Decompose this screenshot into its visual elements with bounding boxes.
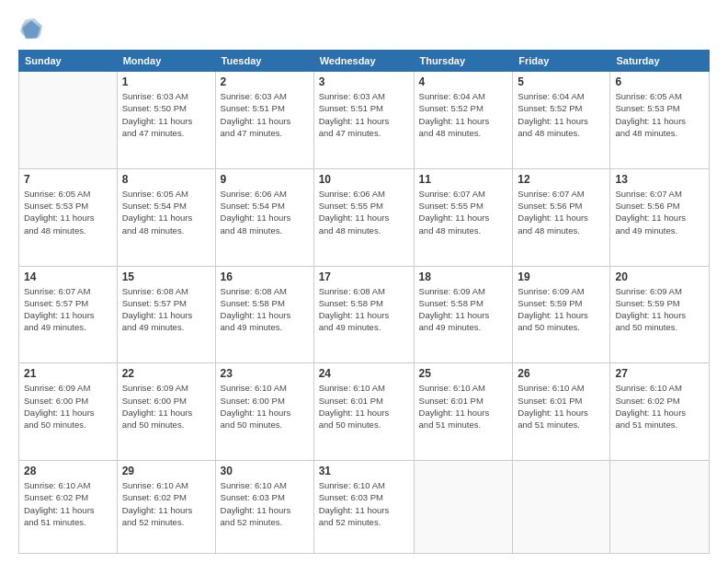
calendar-cell: 28Sunrise: 6:10 AM Sunset: 6:02 PM Dayli… [19, 461, 118, 554]
calendar-cell: 5Sunrise: 6:04 AM Sunset: 5:52 PM Daylig… [513, 72, 610, 169]
calendar-cell: 9Sunrise: 6:06 AM Sunset: 5:54 PM Daylig… [215, 168, 313, 266]
day-number: 27 [615, 367, 704, 380]
header [18, 17, 710, 42]
calendar-cell: 26Sunrise: 6:10 AM Sunset: 6:01 PM Dayli… [513, 363, 610, 461]
day-info: Sunrise: 6:05 AM Sunset: 5:53 PM Dayligh… [615, 90, 704, 139]
day-info: Sunrise: 6:06 AM Sunset: 5:54 PM Dayligh… [221, 188, 309, 236]
calendar-cell: 30Sunrise: 6:10 AM Sunset: 6:03 PM Dayli… [215, 461, 313, 554]
calendar-cell: 29Sunrise: 6:10 AM Sunset: 6:02 PM Dayli… [117, 461, 215, 554]
day-info: Sunrise: 6:08 AM Sunset: 5:58 PM Dayligh… [221, 285, 309, 334]
day-number: 13 [615, 173, 704, 186]
day-number: 28 [24, 465, 112, 477]
day-info: Sunrise: 6:07 AM Sunset: 5:56 PM Dayligh… [518, 188, 605, 236]
calendar-cell: 12Sunrise: 6:07 AM Sunset: 5:56 PM Dayli… [513, 168, 610, 266]
day-info: Sunrise: 6:09 AM Sunset: 6:00 PM Dayligh… [122, 382, 210, 431]
calendar-cell: 18Sunrise: 6:09 AM Sunset: 5:58 PM Dayli… [414, 266, 513, 363]
calendar-cell: 6Sunrise: 6:05 AM Sunset: 5:53 PM Daylig… [610, 72, 710, 169]
day-number: 18 [419, 270, 508, 283]
day-info: Sunrise: 6:08 AM Sunset: 5:57 PM Dayligh… [122, 285, 210, 334]
day-info: Sunrise: 6:04 AM Sunset: 5:52 PM Dayligh… [518, 90, 605, 139]
weekday-wednesday: Wednesday [313, 51, 414, 72]
day-number: 23 [221, 367, 309, 380]
weekday-header-row: SundayMondayTuesdayWednesdayThursdayFrid… [19, 51, 710, 72]
day-info: Sunrise: 6:06 AM Sunset: 5:55 PM Dayligh… [319, 188, 409, 236]
day-info: Sunrise: 6:07 AM Sunset: 5:57 PM Dayligh… [24, 285, 112, 334]
day-number: 11 [419, 173, 508, 186]
calendar-cell: 4Sunrise: 6:04 AM Sunset: 5:52 PM Daylig… [414, 72, 513, 169]
day-info: Sunrise: 6:07 AM Sunset: 5:56 PM Dayligh… [615, 188, 704, 236]
day-info: Sunrise: 6:10 AM Sunset: 6:03 PM Dayligh… [319, 479, 409, 528]
day-info: Sunrise: 6:10 AM Sunset: 6:02 PM Dayligh… [122, 479, 210, 528]
weekday-sunday: Sunday [19, 51, 118, 72]
day-info: Sunrise: 6:04 AM Sunset: 5:52 PM Dayligh… [419, 90, 508, 139]
calendar-cell: 7Sunrise: 6:05 AM Sunset: 5:53 PM Daylig… [19, 168, 118, 266]
day-number: 8 [122, 173, 210, 186]
day-info: Sunrise: 6:03 AM Sunset: 5:51 PM Dayligh… [221, 90, 309, 139]
calendar-cell: 19Sunrise: 6:09 AM Sunset: 5:59 PM Dayli… [513, 266, 610, 363]
calendar-cell: 20Sunrise: 6:09 AM Sunset: 5:59 PM Dayli… [610, 266, 710, 363]
day-number: 3 [319, 75, 409, 88]
calendar-cell: 21Sunrise: 6:09 AM Sunset: 6:00 PM Dayli… [19, 363, 118, 461]
calendar-cell: 1Sunrise: 6:03 AM Sunset: 5:50 PM Daylig… [117, 72, 215, 169]
calendar-cell: 25Sunrise: 6:10 AM Sunset: 6:01 PM Dayli… [414, 363, 513, 461]
calendar-cell [414, 461, 513, 554]
day-info: Sunrise: 6:10 AM Sunset: 6:01 PM Dayligh… [518, 382, 605, 431]
weekday-tuesday: Tuesday [215, 51, 313, 72]
calendar-cell: 13Sunrise: 6:07 AM Sunset: 5:56 PM Dayli… [610, 168, 710, 266]
weekday-thursday: Thursday [414, 51, 513, 72]
calendar-cell: 27Sunrise: 6:10 AM Sunset: 6:02 PM Dayli… [610, 363, 710, 461]
day-number: 5 [518, 75, 605, 88]
calendar-cell: 8Sunrise: 6:05 AM Sunset: 5:54 PM Daylig… [117, 168, 215, 266]
day-info: Sunrise: 6:09 AM Sunset: 5:59 PM Dayligh… [518, 285, 605, 334]
week-row-0: 1Sunrise: 6:03 AM Sunset: 5:50 PM Daylig… [19, 72, 710, 169]
day-info: Sunrise: 6:10 AM Sunset: 6:00 PM Dayligh… [221, 382, 309, 431]
day-info: Sunrise: 6:10 AM Sunset: 6:01 PM Dayligh… [319, 382, 409, 431]
logo [18, 17, 48, 42]
day-number: 12 [518, 173, 605, 186]
day-info: Sunrise: 6:08 AM Sunset: 5:58 PM Dayligh… [319, 285, 409, 334]
day-info: Sunrise: 6:07 AM Sunset: 5:55 PM Dayligh… [419, 188, 508, 236]
day-number: 20 [615, 270, 704, 283]
day-number: 7 [24, 173, 112, 186]
calendar-table: SundayMondayTuesdayWednesdayThursdayFrid… [18, 50, 710, 554]
page: SundayMondayTuesdayWednesdayThursdayFrid… [0, 0, 728, 563]
day-number: 10 [319, 173, 409, 186]
day-info: Sunrise: 6:05 AM Sunset: 5:54 PM Dayligh… [122, 188, 210, 236]
calendar-cell: 17Sunrise: 6:08 AM Sunset: 5:58 PM Dayli… [313, 266, 414, 363]
day-info: Sunrise: 6:09 AM Sunset: 6:00 PM Dayligh… [24, 382, 112, 431]
day-number: 16 [221, 270, 309, 283]
week-row-4: 28Sunrise: 6:10 AM Sunset: 6:02 PM Dayli… [19, 461, 710, 554]
calendar-cell: 22Sunrise: 6:09 AM Sunset: 6:00 PM Dayli… [117, 363, 215, 461]
week-row-2: 14Sunrise: 6:07 AM Sunset: 5:57 PM Dayli… [19, 266, 710, 363]
calendar-cell: 14Sunrise: 6:07 AM Sunset: 5:57 PM Dayli… [19, 266, 118, 363]
day-info: Sunrise: 6:10 AM Sunset: 6:03 PM Dayligh… [221, 479, 309, 528]
day-number: 19 [518, 270, 605, 283]
logo-icon [18, 17, 44, 42]
day-number: 21 [24, 367, 112, 380]
day-info: Sunrise: 6:10 AM Sunset: 6:02 PM Dayligh… [615, 382, 704, 431]
week-row-3: 21Sunrise: 6:09 AM Sunset: 6:00 PM Dayli… [19, 363, 710, 461]
calendar-cell [513, 461, 610, 554]
weekday-friday: Friday [513, 51, 610, 72]
day-number: 29 [122, 465, 210, 477]
day-number: 1 [122, 75, 210, 88]
day-info: Sunrise: 6:05 AM Sunset: 5:53 PM Dayligh… [24, 188, 112, 236]
day-info: Sunrise: 6:09 AM Sunset: 5:59 PM Dayligh… [615, 285, 704, 334]
day-number: 6 [615, 75, 704, 88]
calendar-cell: 11Sunrise: 6:07 AM Sunset: 5:55 PM Dayli… [414, 168, 513, 266]
calendar-cell: 10Sunrise: 6:06 AM Sunset: 5:55 PM Dayli… [313, 168, 414, 266]
day-info: Sunrise: 6:10 AM Sunset: 6:02 PM Dayligh… [24, 479, 112, 528]
day-number: 9 [221, 173, 309, 186]
calendar-cell [19, 72, 118, 169]
week-row-1: 7Sunrise: 6:05 AM Sunset: 5:53 PM Daylig… [19, 168, 710, 266]
day-number: 14 [24, 270, 112, 283]
day-number: 22 [122, 367, 210, 380]
calendar-cell: 15Sunrise: 6:08 AM Sunset: 5:57 PM Dayli… [117, 266, 215, 363]
day-number: 24 [319, 367, 409, 380]
day-info: Sunrise: 6:03 AM Sunset: 5:51 PM Dayligh… [319, 90, 409, 139]
calendar-cell: 23Sunrise: 6:10 AM Sunset: 6:00 PM Dayli… [215, 363, 313, 461]
day-number: 2 [221, 75, 309, 88]
day-info: Sunrise: 6:09 AM Sunset: 5:58 PM Dayligh… [419, 285, 508, 334]
weekday-saturday: Saturday [610, 51, 710, 72]
day-info: Sunrise: 6:03 AM Sunset: 5:50 PM Dayligh… [122, 90, 210, 139]
